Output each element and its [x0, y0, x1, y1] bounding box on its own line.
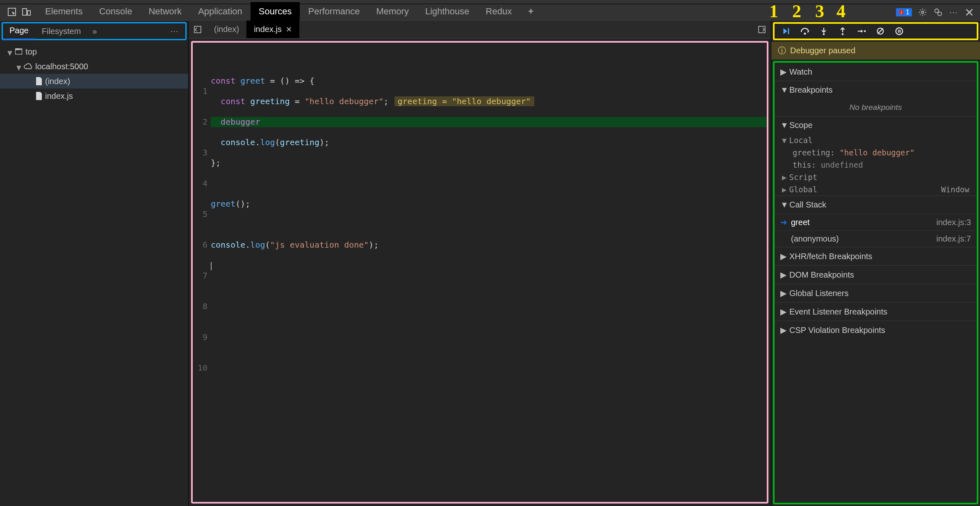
- svg-rect-10: [788, 28, 789, 34]
- line-number: 4: [193, 178, 207, 189]
- file-tree-file-indexjs[interactable]: index.js: [0, 89, 188, 103]
- navigator-tab-filesystem[interactable]: Filesystem: [35, 23, 88, 39]
- svg-rect-2: [27, 11, 30, 15]
- code-area[interactable]: const greet = () => { const greeting = "…: [211, 63, 767, 396]
- line-number: 9: [193, 332, 207, 342]
- svg-rect-1: [23, 9, 27, 15]
- current-frame-icon: ➔: [780, 217, 789, 227]
- scope-global[interactable]: ▶GlobalWindow: [775, 183, 977, 196]
- section-breakpoints[interactable]: ▼Breakpoints: [775, 81, 977, 99]
- section-watch[interactable]: ▶Watch: [775, 63, 977, 81]
- call-stack-frame[interactable]: ➔ greet index.js:3: [775, 214, 977, 230]
- section-scope[interactable]: ▼Scope: [775, 116, 977, 134]
- line-number: 3: [193, 148, 207, 158]
- file-tab-index[interactable]: (index): [207, 21, 246, 38]
- frame-name: greet: [789, 218, 937, 227]
- section-label: Event Listener Breakpoints: [789, 307, 887, 317]
- step-out-icon[interactable]: [838, 26, 848, 36]
- step-into-icon[interactable]: [819, 26, 829, 36]
- svg-point-16: [896, 28, 903, 35]
- scope-var-greeting[interactable]: greeting: "hello debugger": [775, 146, 977, 159]
- scope-script[interactable]: ▶Script: [775, 171, 977, 183]
- svg-rect-17: [898, 30, 899, 32]
- frame-name: (anonymous): [789, 234, 937, 244]
- tab-network[interactable]: Network: [140, 2, 190, 22]
- info-icon: ⓘ: [778, 45, 786, 56]
- add-tab-button[interactable]: +: [520, 2, 542, 22]
- debugger-toolbar: [773, 22, 978, 40]
- tab-console[interactable]: Console: [91, 2, 141, 22]
- line-number: 6: [193, 240, 207, 250]
- tab-application[interactable]: Application: [190, 2, 251, 22]
- line-number: 7: [193, 271, 207, 281]
- tab-sources[interactable]: Sources: [251, 2, 300, 22]
- paused-label: Debugger paused: [790, 46, 855, 55]
- line-number: 1: [193, 86, 207, 96]
- code-editor[interactable]: 1 2 3 4 5 6 7 8 9 10 const greet = () =>…: [191, 41, 768, 504]
- svg-point-6: [935, 9, 939, 12]
- scope-local[interactable]: ▼Local: [775, 134, 977, 146]
- svg-text:!: !: [901, 10, 902, 14]
- section-label: XHR/fetch Breakpoints: [789, 252, 872, 261]
- navigator-tabs: Page Filesystem » ⋯: [2, 22, 187, 40]
- navigator-more-options-icon[interactable]: ⋯: [164, 26, 185, 36]
- show-navigator-icon[interactable]: [193, 25, 203, 34]
- error-count-badge[interactable]: ! 1: [896, 8, 912, 16]
- scope-var-this[interactable]: this: undefined: [775, 159, 977, 171]
- sources-navigator: Page Filesystem » ⋯ ▼ 🗔 top ▼ localhost:…: [0, 21, 189, 506]
- tab-memory[interactable]: Memory: [368, 2, 417, 22]
- step-over-icon[interactable]: [800, 26, 810, 36]
- resume-button-icon[interactable]: [781, 26, 791, 36]
- tree-host-label: localhost:5000: [35, 62, 88, 71]
- section-global-listeners[interactable]: ▶Global Listeners: [775, 284, 977, 302]
- frame-icon: 🗔: [15, 47, 23, 57]
- tab-redux[interactable]: Redux: [478, 2, 520, 22]
- settings-icon[interactable]: [918, 7, 928, 17]
- pause-on-exceptions-icon[interactable]: [894, 26, 904, 36]
- line-number: 2: [193, 117, 207, 127]
- line-number: 8: [193, 301, 207, 312]
- device-toggle-icon[interactable]: [21, 7, 31, 17]
- open-file-tabs: (index) index.js ✕: [189, 21, 771, 39]
- cloud-icon: [24, 63, 33, 70]
- svg-point-14: [864, 30, 866, 32]
- tree-file-label: index.js: [45, 91, 73, 101]
- section-xhr-breakpoints[interactable]: ▶XHR/fetch Breakpoints: [775, 247, 977, 265]
- svg-point-11: [804, 33, 806, 35]
- navigator-tabs-overflow-icon[interactable]: »: [87, 27, 102, 36]
- section-label: Scope: [789, 121, 813, 130]
- svg-rect-18: [900, 30, 900, 32]
- line-number-gutter: 1 2 3 4 5 6 7 8 9 10: [193, 63, 211, 396]
- section-csp-breakpoints[interactable]: ▶CSP Violation Breakpoints: [775, 321, 977, 339]
- file-tree: ▼ 🗔 top ▼ localhost:5000 (index): [0, 42, 188, 106]
- step-icon[interactable]: [857, 26, 866, 36]
- file-tab-indexjs[interactable]: index.js ✕: [246, 21, 299, 38]
- show-debugger-icon[interactable]: [757, 25, 767, 34]
- file-icon: [35, 77, 43, 85]
- line-number: 10: [193, 363, 207, 373]
- frame-location: index.js:3: [937, 218, 971, 227]
- close-tab-icon[interactable]: ✕: [286, 25, 292, 34]
- deactivate-breakpoints-icon[interactable]: [875, 26, 885, 36]
- file-tree-file-index[interactable]: (index): [0, 74, 188, 89]
- call-stack-frame[interactable]: (anonymous) index.js:7: [775, 230, 977, 247]
- close-devtools-icon[interactable]: [964, 7, 974, 17]
- section-event-listener-breakpoints[interactable]: ▶Event Listener Breakpoints: [775, 302, 977, 321]
- section-call-stack[interactable]: ▼Call Stack: [775, 196, 977, 214]
- tree-top-label: top: [25, 47, 37, 57]
- inline-value-hint: greeting = "hello debugger": [394, 96, 534, 106]
- no-breakpoints-label: No breakpoints: [775, 99, 977, 116]
- section-label: CSP Violation Breakpoints: [789, 326, 885, 335]
- navigator-tab-page[interactable]: Page: [3, 23, 35, 40]
- inspect-element-icon[interactable]: [7, 7, 17, 17]
- experiments-icon[interactable]: [933, 7, 943, 17]
- file-tree-top[interactable]: ▼ 🗔 top: [0, 44, 188, 59]
- file-tree-host[interactable]: ▼ localhost:5000: [0, 59, 188, 74]
- frame-location: index.js:7: [937, 234, 971, 244]
- section-dom-breakpoints[interactable]: ▶DOM Breakpoints: [775, 265, 977, 284]
- more-menu-icon[interactable]: ⋯: [949, 7, 959, 17]
- tab-elements[interactable]: Elements: [37, 2, 91, 22]
- section-label: Breakpoints: [789, 85, 833, 95]
- tab-performance[interactable]: Performance: [300, 2, 368, 22]
- tab-lighthouse[interactable]: Lighthouse: [417, 2, 478, 22]
